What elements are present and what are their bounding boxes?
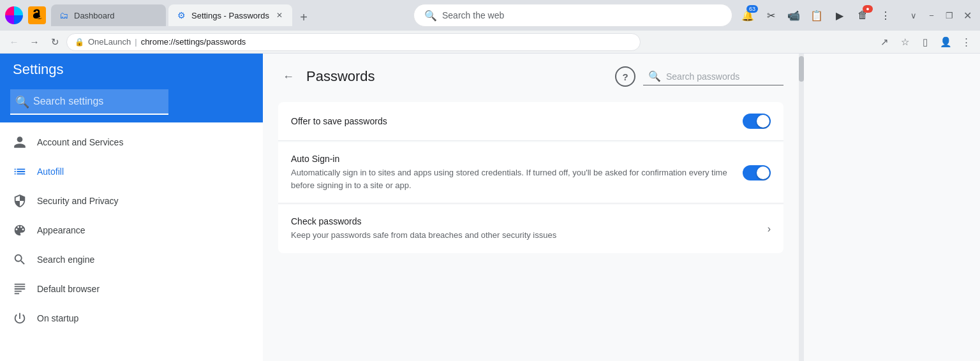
toolbar-right: ↗ ☆ ▯ 👤 ⋮ xyxy=(875,33,975,51)
reload-button[interactable]: ↻ xyxy=(46,33,64,51)
search-settings-input[interactable] xyxy=(10,89,168,115)
lock-icon: 🔒 xyxy=(75,38,84,47)
scrollbar-thumb[interactable] xyxy=(799,56,804,82)
sidebar-item-autofill[interactable]: Autofill xyxy=(0,157,263,186)
search-settings-bar: 🔍 xyxy=(0,85,263,122)
tab-dashboard[interactable]: 🗂 Dashboard xyxy=(51,4,166,26)
offer-save-text: Offer to save passwords xyxy=(291,116,732,126)
navigation-bar: ← → ↻ 🔒 OneLaunch | chrome://settings/pa… xyxy=(0,31,980,54)
address-path: chrome://settings/passwords xyxy=(141,37,246,47)
scissors-button[interactable]: ✂ xyxy=(761,5,781,26)
shield-icon xyxy=(13,194,27,208)
settings-favicon: ⚙ xyxy=(176,10,186,20)
tab-close-button[interactable]: ✕ xyxy=(274,10,285,20)
address-site: OneLaunch xyxy=(88,37,131,47)
onelaunch-logo[interactable] xyxy=(5,6,23,24)
sidebar-toggle-button[interactable]: ▯ xyxy=(916,33,934,51)
sidebar-label-security: Security and Privacy xyxy=(37,196,119,206)
list-icon xyxy=(13,165,27,179)
passwords-content: ← Passwords ? 🔍 Offer to save passwords xyxy=(263,54,799,361)
search-settings-icon: 🔍 xyxy=(15,95,29,109)
play-icon: ▶ xyxy=(836,10,843,22)
check-passwords-text: Check passwords Keep your passwords safe… xyxy=(291,216,757,242)
settings-title: Settings xyxy=(13,61,64,78)
clipboard-icon: 📋 xyxy=(810,10,823,22)
power-icon xyxy=(13,311,27,325)
play-button[interactable]: ▶ xyxy=(829,5,850,26)
video-icon: 📹 xyxy=(787,10,800,22)
offer-save-toggle[interactable] xyxy=(743,114,771,129)
notifications-button[interactable]: 🔔 63 xyxy=(738,5,758,26)
dashboard-favicon: 🗂 xyxy=(59,10,69,20)
sidebar-item-search[interactable]: Search engine xyxy=(0,245,263,274)
delete-badge: ● xyxy=(863,5,873,13)
settings-layout: Settings 🔍 Account and Services xyxy=(0,54,980,361)
delete-button[interactable]: 🗑 ● xyxy=(852,5,873,26)
settings-main: ← Passwords ? 🔍 Offer to save passwords xyxy=(263,54,980,361)
search-icon xyxy=(13,253,27,267)
auto-signin-text: Auto Sign-in Automatically sign in to si… xyxy=(291,154,732,191)
more-icon: ⋮ xyxy=(880,10,891,22)
check-passwords-label: Check passwords xyxy=(291,216,757,226)
settings-header: Settings xyxy=(0,54,263,85)
address-bar[interactable]: 🔒 OneLaunch | chrome://settings/password… xyxy=(66,33,641,51)
passwords-title: Passwords xyxy=(306,68,607,85)
profile-button[interactable]: 👤 xyxy=(937,33,954,51)
sidebar-item-browser[interactable]: Default browser xyxy=(0,274,263,304)
offer-save-label: Offer to save passwords xyxy=(291,116,732,126)
scrollbar[interactable] xyxy=(799,54,804,361)
search-passwords-icon: 🔍 xyxy=(648,70,661,82)
window-dropdown-button[interactable]: ∨ xyxy=(906,8,921,23)
bookmark-button[interactable]: ☆ xyxy=(896,33,914,51)
new-tab-button[interactable]: + xyxy=(295,8,313,26)
offer-save-row: Offer to save passwords xyxy=(278,102,783,141)
search-passwords-input[interactable] xyxy=(666,71,768,82)
check-passwords-row[interactable]: Check passwords Keep your passwords safe… xyxy=(278,205,783,253)
sidebar-label-autofill: Autofill xyxy=(37,166,64,177)
amazon-favicon xyxy=(28,6,46,24)
browser-icon xyxy=(13,282,27,296)
search-web-text: Search the web xyxy=(442,10,504,20)
tab-settings-label: Settings - Passwords xyxy=(191,11,269,20)
tab-bar: 🗂 Dashboard ⚙ Settings - Passwords ✕ + xyxy=(51,4,408,26)
sidebar-label-browser: Default browser xyxy=(37,284,100,294)
passwords-header: ← Passwords ? 🔍 xyxy=(278,66,783,87)
auto-signin-row: Auto Sign-in Automatically sign in to si… xyxy=(278,142,783,203)
sidebar-label-account: Account and Services xyxy=(37,137,123,147)
search-icon: 🔍 xyxy=(424,10,437,22)
more-button[interactable]: ⋮ xyxy=(875,5,896,26)
search-passwords-wrap[interactable]: 🔍 xyxy=(643,68,783,85)
sidebar-item-appearance[interactable]: Appearance xyxy=(0,216,263,245)
restore-button[interactable]: ❐ xyxy=(942,8,957,23)
menu-button[interactable]: ⋮ xyxy=(957,33,975,51)
notification-badge: 63 xyxy=(746,5,758,13)
search-settings-wrap: 🔍 xyxy=(10,89,253,115)
back-to-autofill-button[interactable]: ← xyxy=(278,66,299,87)
close-window-button[interactable]: ✕ xyxy=(960,8,975,23)
sidebar-nav: Account and Services Autofill Security a… xyxy=(0,122,263,361)
sidebar-item-security[interactable]: Security and Privacy xyxy=(0,186,263,216)
help-button[interactable]: ? xyxy=(615,66,635,87)
share-button[interactable]: ↗ xyxy=(875,33,893,51)
address-separator: | xyxy=(135,37,137,47)
sidebar-label-startup: On startup xyxy=(37,313,78,323)
auto-signin-label: Auto Sign-in xyxy=(291,154,732,164)
auto-signin-desc: Automatically sign in to sites and apps … xyxy=(291,166,732,191)
tab-settings-passwords[interactable]: ⚙ Settings - Passwords ✕ xyxy=(168,4,292,26)
address-search-bar[interactable]: 🔍 Search the web xyxy=(413,4,732,27)
auto-signin-toggle[interactable] xyxy=(743,165,771,180)
top-actions: 🔔 63 ✂ 📹 📋 ▶ 🗑 ● ⋮ xyxy=(738,5,896,26)
forward-nav-button[interactable]: → xyxy=(26,33,43,51)
palette-icon xyxy=(13,223,27,237)
tab-dashboard-label: Dashboard xyxy=(74,11,158,20)
check-passwords-desc: Keep your passwords safe from data breac… xyxy=(291,229,757,242)
video-button[interactable]: 📹 xyxy=(783,5,804,26)
back-nav-button[interactable]: ← xyxy=(5,33,23,51)
clipboard-button[interactable]: 📋 xyxy=(806,5,827,26)
sidebar-item-startup[interactable]: On startup xyxy=(0,304,263,333)
sidebar-item-account[interactable]: Account and Services xyxy=(0,128,263,157)
person-icon xyxy=(13,135,27,149)
minimize-button[interactable]: − xyxy=(924,8,939,23)
sidebar-label-appearance: Appearance xyxy=(37,225,85,235)
chevron-right-icon: › xyxy=(768,223,771,235)
